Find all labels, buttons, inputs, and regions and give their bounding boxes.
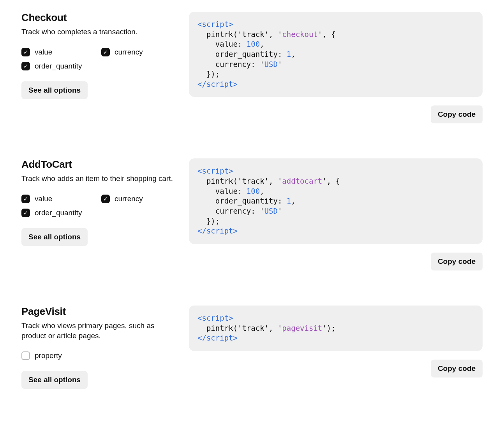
code-value: 100 bbox=[247, 40, 260, 48]
option-label: order_quantity bbox=[35, 62, 82, 70]
code-text: pintrk('track', ' bbox=[197, 324, 282, 332]
option-label: property bbox=[35, 351, 62, 360]
event-left-col: AddToCartTrack who adds an item to their… bbox=[21, 158, 177, 270]
code-value: 1 bbox=[287, 197, 291, 205]
event-right-col: <script> pintrk('track', 'pagevisit');</… bbox=[189, 306, 483, 389]
option-value: ✓value bbox=[21, 195, 97, 203]
code-text: pintrk('track', ' bbox=[197, 30, 282, 39]
code-event-name: addtocart bbox=[282, 177, 322, 185]
event-checkout: CheckoutTrack who completes a transactio… bbox=[21, 12, 483, 123]
code-value: USD bbox=[264, 207, 278, 215]
event-title: Checkout bbox=[21, 12, 177, 24]
see-all-options-button[interactable]: See all options bbox=[21, 81, 88, 99]
option-order_quantity: ✓order_quantity bbox=[21, 62, 97, 70]
event-addtocart: AddToCartTrack who adds an item to their… bbox=[21, 158, 483, 270]
option-value: ✓value bbox=[21, 48, 97, 56]
option-currency: ✓currency bbox=[101, 48, 177, 56]
checkbox-property[interactable]: ✓ bbox=[21, 351, 30, 360]
option-label: value bbox=[35, 195, 52, 203]
options-grid: ✓property bbox=[21, 351, 177, 360]
code-block: <script> pintrk('track', 'checkout', { v… bbox=[189, 12, 483, 97]
options-grid: ✓value✓currency✓order_quantity bbox=[21, 48, 177, 70]
code-text: value: bbox=[197, 187, 247, 195]
code-text: ' bbox=[278, 60, 282, 68]
code-text: '); bbox=[322, 324, 335, 332]
checkbox-value[interactable]: ✓ bbox=[21, 48, 30, 56]
copy-code-button[interactable]: Copy code bbox=[431, 105, 483, 123]
code-tag-open: <script> bbox=[197, 314, 233, 322]
code-text: , bbox=[260, 187, 264, 195]
event-description: Track who completes a transaction. bbox=[21, 27, 177, 37]
event-description: Track who views primary pages, such as p… bbox=[21, 321, 177, 341]
event-title: AddToCart bbox=[21, 158, 177, 170]
copy-code-button[interactable]: Copy code bbox=[431, 253, 483, 270]
option-label: order_quantity bbox=[35, 209, 82, 217]
code-block: <script> pintrk('track', 'addtocart', { … bbox=[189, 158, 483, 244]
code-text: , bbox=[260, 40, 264, 48]
option-order_quantity: ✓order_quantity bbox=[21, 209, 97, 217]
code-text: , bbox=[291, 50, 295, 58]
event-description: Track who adds an item to their shopping… bbox=[21, 174, 177, 184]
code-text: pintrk('track', ' bbox=[197, 177, 282, 185]
checkbox-value[interactable]: ✓ bbox=[21, 195, 30, 203]
code-tag-open: <script> bbox=[197, 167, 233, 175]
code-text: currency: ' bbox=[197, 60, 264, 68]
event-right-col: <script> pintrk('track', 'addtocart', { … bbox=[189, 158, 483, 270]
checkbox-order_quantity[interactable]: ✓ bbox=[21, 209, 30, 217]
code-text: ', { bbox=[318, 30, 336, 39]
code-text: order_quantity: bbox=[197, 50, 287, 58]
option-label: value bbox=[35, 48, 52, 56]
options-grid: ✓value✓currency✓order_quantity bbox=[21, 195, 177, 217]
option-label: currency bbox=[115, 48, 143, 56]
option-label: currency bbox=[115, 195, 143, 203]
code-text: }); bbox=[197, 217, 220, 225]
event-left-col: PageVisitTrack who views primary pages, … bbox=[21, 306, 177, 389]
event-right-col: <script> pintrk('track', 'checkout', { v… bbox=[189, 12, 483, 123]
code-text: ', { bbox=[322, 177, 340, 185]
code-block: <script> pintrk('track', 'pagevisit');</… bbox=[189, 306, 483, 351]
copy-code-button[interactable]: Copy code bbox=[431, 360, 483, 378]
checkbox-order_quantity[interactable]: ✓ bbox=[21, 62, 30, 70]
option-currency: ✓currency bbox=[101, 195, 177, 203]
code-event-name: checkout bbox=[282, 30, 318, 39]
code-text: currency: ' bbox=[197, 207, 264, 215]
code-tag-close: </script> bbox=[197, 227, 238, 235]
option-property: ✓property bbox=[21, 351, 97, 360]
code-value: 100 bbox=[247, 187, 260, 195]
code-text: }); bbox=[197, 70, 220, 78]
event-pagevisit: PageVisitTrack who views primary pages, … bbox=[21, 306, 483, 389]
code-value: 1 bbox=[287, 50, 291, 58]
checkbox-currency[interactable]: ✓ bbox=[101, 195, 110, 203]
see-all-options-button[interactable]: See all options bbox=[21, 371, 88, 389]
checkbox-currency[interactable]: ✓ bbox=[101, 48, 110, 56]
code-value: USD bbox=[264, 60, 278, 68]
code-tag-close: </script> bbox=[197, 334, 238, 342]
event-left-col: CheckoutTrack who completes a transactio… bbox=[21, 12, 177, 123]
code-text: value: bbox=[197, 40, 247, 48]
code-text: ' bbox=[278, 207, 282, 215]
code-text: order_quantity: bbox=[197, 197, 287, 205]
code-tag-close: </script> bbox=[197, 80, 238, 88]
code-event-name: pagevisit bbox=[282, 324, 322, 332]
see-all-options-button[interactable]: See all options bbox=[21, 228, 88, 246]
code-text: , bbox=[291, 197, 295, 205]
event-title: PageVisit bbox=[21, 306, 177, 318]
code-tag-open: <script> bbox=[197, 20, 233, 28]
